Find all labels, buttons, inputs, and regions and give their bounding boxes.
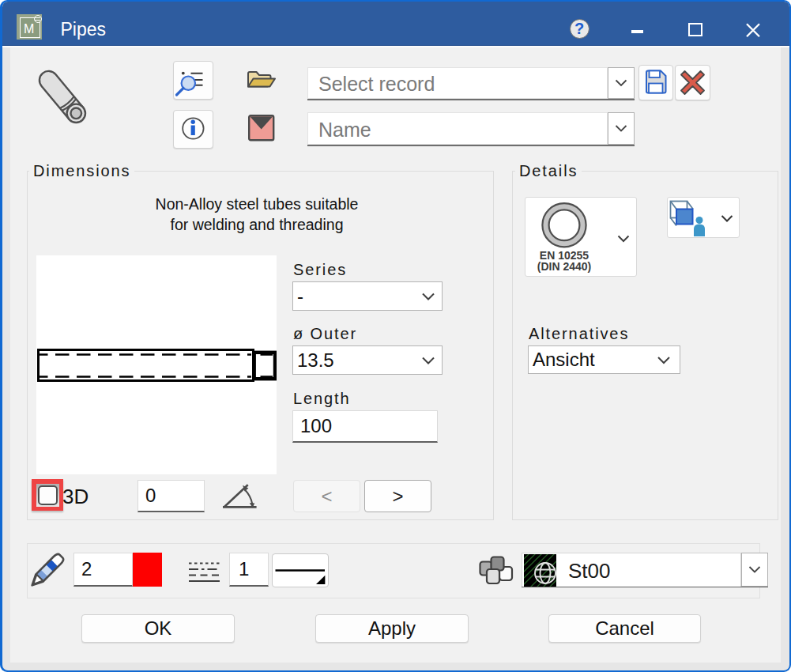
svg-text:(DIN 2440): (DIN 2440)	[537, 260, 591, 273]
